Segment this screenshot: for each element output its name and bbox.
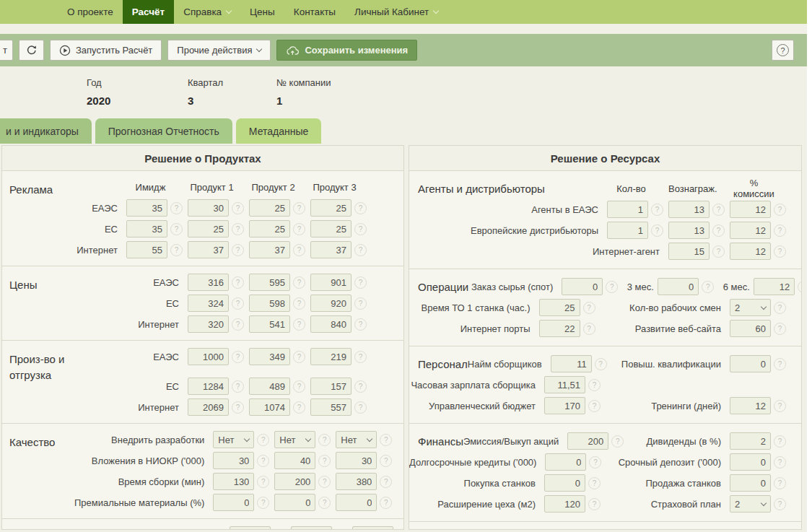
help-icon[interactable] xyxy=(712,204,725,216)
help-icon[interactable] xyxy=(232,318,244,331)
internet-ports-input[interactable] xyxy=(539,320,580,337)
nav-account[interactable]: Личный Кабинет xyxy=(345,0,448,24)
sell-machines-input[interactable] xyxy=(730,474,771,492)
help-icon[interactable] xyxy=(232,351,244,363)
price-eaes-p2-input[interactable] xyxy=(249,274,290,291)
rnd-p3-input[interactable] xyxy=(336,452,377,469)
help-icon[interactable] xyxy=(293,318,305,331)
adv-eaes-p3-input[interactable] xyxy=(310,199,352,217)
distributors-commission-input[interactable] xyxy=(730,222,771,239)
deposit-input[interactable] xyxy=(730,453,771,471)
price-eu-p1-input[interactable] xyxy=(188,295,229,312)
adv-eu-p2-input[interactable] xyxy=(249,220,290,237)
help-icon[interactable] xyxy=(354,244,367,256)
help-icon[interactable] xyxy=(774,400,786,412)
adv-eaes-image-input[interactable] xyxy=(126,199,167,217)
premium-materials-p3-input[interactable] xyxy=(336,494,377,511)
training-days-input[interactable] xyxy=(730,397,771,414)
help-icon[interactable] xyxy=(232,401,244,414)
prod-eaes-p3-input[interactable] xyxy=(310,348,352,365)
help-icon[interactable] xyxy=(232,223,244,235)
share-issue-input[interactable] xyxy=(567,432,608,450)
prod-eaes-p1-input[interactable] xyxy=(188,348,229,365)
help-icon[interactable] xyxy=(293,244,305,256)
raw-spot-input[interactable] xyxy=(562,278,603,295)
agents-eaes-reward-input[interactable] xyxy=(668,201,710,218)
price-eaes-p3-input[interactable] xyxy=(310,274,352,291)
hire-assemblers-input[interactable] xyxy=(551,355,592,372)
help-icon[interactable] xyxy=(588,379,601,391)
help-icon[interactable] xyxy=(588,400,601,412)
internet-agent-commission-input[interactable] xyxy=(730,243,771,260)
prod-eu-p3-input[interactable] xyxy=(310,378,352,395)
help-icon[interactable] xyxy=(380,434,392,446)
clipped-button[interactable]: т xyxy=(0,40,13,61)
help-icon[interactable] xyxy=(774,358,786,370)
help-icon[interactable] xyxy=(354,351,367,363)
help-icon[interactable] xyxy=(354,297,367,310)
run-calculation-button[interactable]: Запустить Расчёт xyxy=(50,40,162,61)
prod-eu-p1-input[interactable] xyxy=(188,378,229,395)
adv-eaes-p2-input[interactable] xyxy=(249,199,290,217)
rnd-p2-input[interactable] xyxy=(274,452,315,469)
help-icon[interactable] xyxy=(774,456,786,468)
help-icon[interactable] xyxy=(380,497,392,509)
help-icon[interactable] xyxy=(774,224,786,237)
help-icon[interactable] xyxy=(318,497,331,509)
help-icon[interactable] xyxy=(293,297,305,310)
assembly-time-p3-input[interactable] xyxy=(336,473,377,490)
other-actions-button[interactable]: Прочие действия xyxy=(167,40,271,61)
help-icon[interactable] xyxy=(774,302,786,314)
save-changes-button[interactable]: Сохранить изменения xyxy=(276,40,417,61)
help-icon[interactable] xyxy=(257,476,269,488)
nav-about[interactable]: О проекте xyxy=(58,0,123,24)
help-icon[interactable] xyxy=(354,223,367,235)
help-icon[interactable] xyxy=(588,498,601,510)
price-eu-p2-input[interactable] xyxy=(249,295,290,312)
adv-eu-image-input[interactable] xyxy=(126,220,167,237)
help-button[interactable] xyxy=(772,40,794,61)
premium-materials-p2-input[interactable] xyxy=(274,494,315,511)
website-dev-input[interactable] xyxy=(730,320,771,337)
prod-eaes-p2-input[interactable] xyxy=(249,348,290,365)
distributors-reward-input[interactable] xyxy=(668,222,710,239)
help-icon[interactable] xyxy=(702,281,714,293)
help-icon[interactable] xyxy=(293,380,305,393)
adv-eaes-p1-input[interactable] xyxy=(188,199,229,217)
help-icon[interactable] xyxy=(589,456,601,468)
help-icon[interactable] xyxy=(798,281,802,293)
help-icon[interactable] xyxy=(170,202,183,214)
help-icon[interactable] xyxy=(318,455,331,467)
help-icon[interactable] xyxy=(232,276,244,289)
internet-agent-reward-input[interactable] xyxy=(668,243,710,260)
nav-contacts[interactable]: Контакты xyxy=(284,0,345,24)
help-icon[interactable] xyxy=(774,204,786,216)
price-internet-p2-input[interactable] xyxy=(249,315,290,333)
prod-internet-p3-input[interactable] xyxy=(310,398,352,416)
help-icon[interactable] xyxy=(380,455,392,467)
help-icon[interactable] xyxy=(354,202,367,214)
work-shifts-select[interactable]: 2 xyxy=(730,299,771,316)
agents-eaes-qty-input[interactable] xyxy=(607,201,648,218)
adv-internet-p2-input[interactable] xyxy=(249,241,290,258)
assembly-time-p1-input[interactable] xyxy=(213,473,254,490)
nav-prices[interactable]: Цены xyxy=(240,0,284,24)
tab-forecast-reporting[interactable]: Прогнозная Отчетность xyxy=(95,118,232,144)
help-icon[interactable] xyxy=(293,401,305,414)
help-icon[interactable] xyxy=(774,323,786,335)
semifinished-p3-input[interactable] xyxy=(352,526,393,530)
rnd-p1-input[interactable] xyxy=(213,452,254,469)
help-icon[interactable] xyxy=(774,498,786,510)
raw-6m-input[interactable] xyxy=(754,278,795,295)
buy-machines-input[interactable] xyxy=(544,474,585,492)
help-icon[interactable] xyxy=(380,476,392,488)
help-icon[interactable] xyxy=(293,351,305,363)
help-icon[interactable] xyxy=(293,202,305,214)
tab-metadata[interactable]: Метаданные xyxy=(236,118,321,144)
help-icon[interactable] xyxy=(651,224,663,237)
help-icon[interactable] xyxy=(651,204,663,216)
distributors-qty-input[interactable] xyxy=(607,222,648,239)
help-icon[interactable] xyxy=(232,244,244,256)
price-internet-p3-input[interactable] xyxy=(310,315,352,333)
upskill-input[interactable] xyxy=(730,355,771,372)
